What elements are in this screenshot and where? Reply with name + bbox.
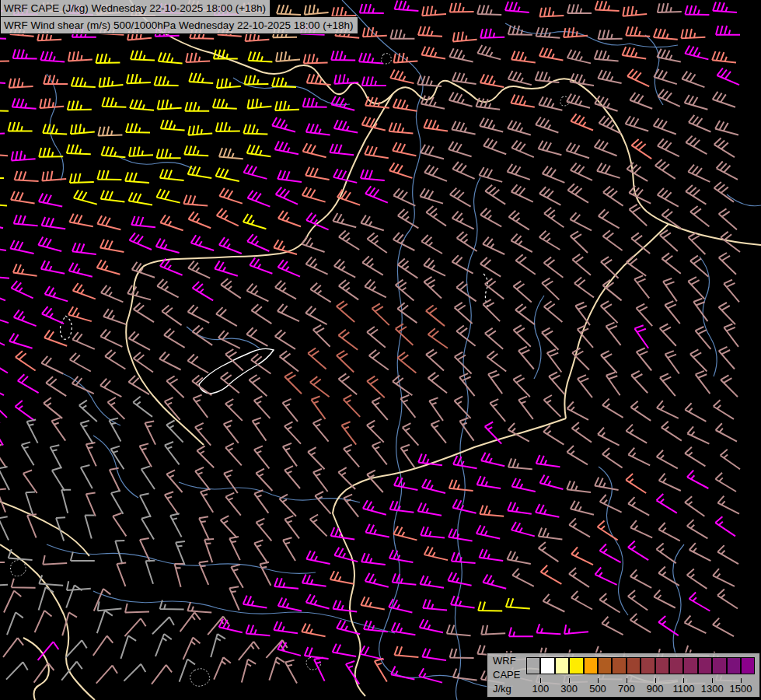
wind-barb: [278, 260, 301, 277]
wind-barb: [689, 543, 711, 561]
wind-barb: [254, 490, 268, 513]
wind-barb: [448, 572, 471, 586]
wind-barb: [18, 374, 39, 393]
wind-barb: [505, 2, 529, 12]
wind-barb: [511, 94, 535, 107]
wind-barb: [38, 237, 61, 251]
wind-barb: [361, 215, 384, 231]
wind-barb: [221, 278, 241, 298]
wind-barb: [157, 149, 181, 159]
wind-barb: [480, 29, 504, 38]
wind-barb: [422, 6, 446, 16]
wind-barb: [46, 376, 66, 396]
wind-barb: [45, 286, 68, 301]
wind-barb: [426, 349, 444, 370]
wind-barb: [0, 169, 4, 178]
wind-barb: [713, 92, 735, 107]
wind-barb: [595, 568, 617, 585]
wind-barb: [244, 165, 267, 179]
wind-barb: [717, 496, 739, 514]
map-title-line1: WRF CAPE (J/kg) Wednesday 22-10-2025 18:…: [0, 0, 271, 17]
wind-barb: [567, 481, 591, 492]
wind-barb: [127, 74, 151, 83]
wind-barb: [659, 474, 681, 491]
wind-barb: [13, 264, 37, 275]
wind-barb: [365, 145, 389, 158]
wind-barb: [539, 528, 563, 540]
wind-barb: [362, 117, 386, 131]
wind-barb: [166, 470, 182, 492]
wind-barb: [73, 283, 96, 299]
wind-barb: [536, 455, 560, 467]
wind-barb: [719, 208, 737, 229]
wind-barb: [595, 139, 617, 156]
wind-barb: [372, 442, 387, 464]
wind-barb: [10, 240, 33, 254]
wind-barb: [572, 422, 592, 443]
wind-barb: [186, 53, 210, 62]
wind-barb: [696, 327, 711, 349]
wind-barb: [724, 280, 739, 303]
wind-barb: [208, 617, 229, 635]
wind-barb: [681, 29, 705, 38]
wind-barb: [246, 625, 271, 635]
wind-barb: [111, 491, 124, 514]
wind-barb: [571, 114, 593, 130]
wind-barb: [305, 306, 326, 324]
wind-barb: [0, 422, 3, 446]
wind-barb: [543, 425, 564, 445]
wind-barb: [42, 217, 66, 229]
wind-barb: [512, 569, 534, 586]
wind-barb: [459, 418, 473, 440]
wind-barb: [452, 255, 473, 274]
wind-barb: [398, 259, 418, 278]
wind-barb: [394, 477, 417, 490]
wind-barb: [628, 497, 649, 516]
wind-barb: [161, 120, 185, 131]
wind-barb: [16, 401, 35, 421]
wind-barb: [16, 351, 36, 370]
legend-label-unit: J/kg: [493, 682, 520, 696]
wind-barb: [183, 638, 201, 660]
wind-barb: [452, 121, 475, 135]
wind-barb: [658, 89, 680, 107]
wind-barb: [170, 513, 182, 537]
wind-barb: [166, 376, 183, 398]
wind-barb: [180, 660, 195, 682]
wind-barb: [285, 466, 300, 488]
wind-barb: [361, 170, 385, 180]
wind-barb: [158, 100, 182, 109]
legend-color-box: [655, 657, 669, 674]
wind-barb: [595, 50, 619, 61]
wind-barb: [543, 594, 565, 612]
wind-barb: [313, 325, 330, 347]
legend-color-box: [555, 657, 569, 674]
wind-barb-layer: [0, 0, 740, 684]
wind-barb: [12, 151, 36, 161]
wind-barb: [511, 141, 534, 158]
wind-barb: [41, 356, 63, 374]
wind-barb: [221, 516, 237, 537]
wind-barb: [9, 78, 33, 87]
wind-barb: [131, 216, 155, 227]
wind-barb: [66, 585, 82, 607]
wind-barb: [159, 52, 183, 63]
wind-barb: [363, 27, 387, 37]
wind-barb: [480, 74, 504, 87]
wind-barb: [201, 489, 213, 513]
country-border: [668, 224, 761, 245]
wind-barb: [225, 399, 243, 421]
wind-barb: [655, 159, 675, 179]
country-border: [0, 502, 89, 556]
wind-barb: [367, 471, 383, 492]
wind-barb: [0, 72, 5, 83]
wind-barb: [452, 212, 474, 229]
wind-barb: [44, 330, 67, 345]
wind-barb: [393, 142, 416, 156]
wind-barb: [70, 353, 91, 372]
wind-barb: [401, 445, 415, 467]
wind-barb: [344, 495, 358, 517]
wind-barb: [424, 277, 442, 299]
wind-barb: [217, 208, 239, 226]
wind-barb: [658, 188, 679, 207]
